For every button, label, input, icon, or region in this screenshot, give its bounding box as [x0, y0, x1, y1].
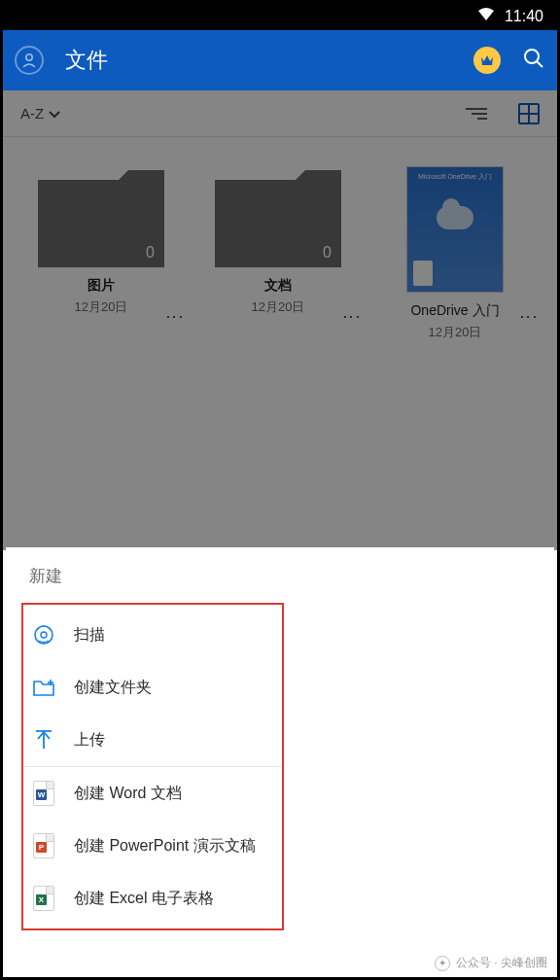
account-avatar[interactable] — [15, 46, 44, 75]
menu-create-word[interactable]: W 创建 Word 文档 — [23, 767, 282, 820]
dim-overlay[interactable] — [3, 137, 557, 550]
menu-create-powerpoint[interactable]: P 创建 PowerPoint 演示文稿 — [23, 820, 282, 872]
svg-point-0 — [26, 54, 32, 60]
new-bottom-sheet: 新建 扫描 创建文件夹 上传 — [6, 547, 554, 974]
svg-point-1 — [525, 50, 539, 63]
watermark-text: 公众号 · 尖峰创圈 — [456, 955, 547, 971]
word-icon: W — [31, 781, 56, 806]
sheet-title: 新建 — [6, 565, 554, 601]
search-icon[interactable] — [522, 47, 545, 74]
status-time: 11:40 — [505, 8, 543, 25]
menu-upload[interactable]: 上传 — [23, 714, 282, 766]
upload-icon — [31, 727, 56, 752]
watermark: ✦ 公众号 · 尖峰创圈 — [435, 955, 547, 971]
premium-badge-icon[interactable] — [473, 47, 501, 74]
powerpoint-icon: P — [31, 833, 56, 858]
svg-line-2 — [537, 61, 542, 67]
scan-icon — [31, 622, 56, 648]
menu-label: 创建文件夹 — [74, 678, 152, 698]
menu-label: 创建 Excel 电子表格 — [74, 889, 214, 909]
status-bar: 11:40 — [3, 3, 557, 30]
menu-create-excel[interactable]: X 创建 Excel 电子表格 — [23, 872, 282, 925]
menu-label: 扫描 — [74, 625, 105, 646]
dim-overlay[interactable] — [3, 90, 557, 137]
menu-create-folder[interactable]: 创建文件夹 — [23, 661, 282, 714]
excel-icon: X — [31, 886, 56, 911]
svg-point-4 — [41, 632, 47, 638]
page-title: 文件 — [65, 46, 452, 75]
highlight-annotation: 扫描 创建文件夹 上传 W 创建 W — [21, 603, 284, 930]
app-header: 文件 — [3, 30, 557, 90]
folder-plus-icon — [31, 675, 56, 700]
wifi-icon — [477, 8, 495, 25]
menu-scan[interactable]: 扫描 — [23, 609, 282, 661]
menu-label: 创建 PowerPoint 演示文稿 — [74, 836, 256, 857]
file-grid-area: 0 图片 12月20日 ⋮ 0 文档 12月20日 ⋮ Microsoft On… — [3, 137, 557, 550]
menu-label: 上传 — [74, 730, 105, 751]
menu-label: 创建 Word 文档 — [74, 784, 182, 804]
wechat-icon: ✦ — [435, 956, 450, 971]
